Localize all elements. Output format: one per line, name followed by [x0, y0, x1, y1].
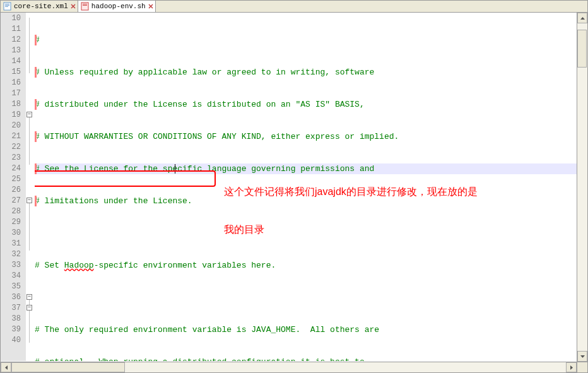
code-line: # distributed under the License is distr… [35, 100, 365, 109]
svg-rect-5 [83, 4, 87, 4]
code-line: # The only required environment variable… [35, 325, 379, 335]
tab-label: hadoop-env.sh [91, 3, 146, 10]
scroll-track[interactable] [577, 23, 587, 351]
code-line: # optional. When running a distributed c… [35, 357, 365, 361]
code-area[interactable]: # # Unless required by applicable law or… [35, 13, 587, 361]
svg-rect-2 [5, 5, 9, 6]
fold-toggle[interactable]: − [26, 294, 32, 300]
tab-core-site[interactable]: core-site.xml [1, 1, 78, 12]
scrollbar-corner [577, 362, 587, 372]
scroll-right-button[interactable] [566, 362, 577, 372]
svg-rect-6 [83, 5, 87, 6]
text-cursor [175, 164, 175, 174]
scroll-up-button[interactable] [577, 13, 587, 23]
horizontal-scrollbar[interactable] [1, 362, 577, 372]
svg-rect-1 [5, 4, 9, 4]
line-number-gutter: 1011121314151617181920212223242526272829… [1, 13, 26, 361]
xml-file-icon [3, 2, 12, 11]
fold-toggle[interactable]: − [26, 198, 32, 203]
svg-rect-3 [5, 6, 8, 7]
annotation-text: 这个文件记得将我们javajdk的目录进行修改，现在放的是 我的目录 [224, 160, 478, 261]
scroll-down-button[interactable] [577, 351, 587, 362]
tab-hadoop-env[interactable]: hadoop-env.sh [78, 1, 156, 12]
code-line: # WITHOUT WARRANTIES OR CONDITIONS OF AN… [35, 132, 399, 141]
close-icon[interactable] [70, 3, 76, 9]
code-line [35, 292, 587, 303]
scroll-track[interactable] [11, 362, 566, 372]
fold-column: − − − − [26, 13, 35, 361]
fold-toggle[interactable]: − [26, 112, 32, 117]
svg-rect-4 [81, 3, 88, 10]
vertical-scrollbar[interactable] [577, 13, 587, 362]
editor: 1011121314151617181920212223242526272829… [1, 13, 587, 361]
scroll-thumb[interactable] [577, 30, 587, 68]
close-icon[interactable] [148, 3, 154, 9]
code-line: # Unless required by applicable law or a… [35, 68, 374, 77]
scroll-left-button[interactable] [1, 362, 11, 372]
sh-file-icon [81, 2, 90, 11]
scroll-thumb[interactable] [11, 362, 125, 372]
tab-label: core-site.xml [14, 3, 68, 10]
code-line: # limitations under the License. [35, 196, 192, 206]
fold-toggle[interactable]: − [26, 305, 32, 311]
tab-bar: core-site.xml hadoop-env.sh [1, 1, 587, 13]
